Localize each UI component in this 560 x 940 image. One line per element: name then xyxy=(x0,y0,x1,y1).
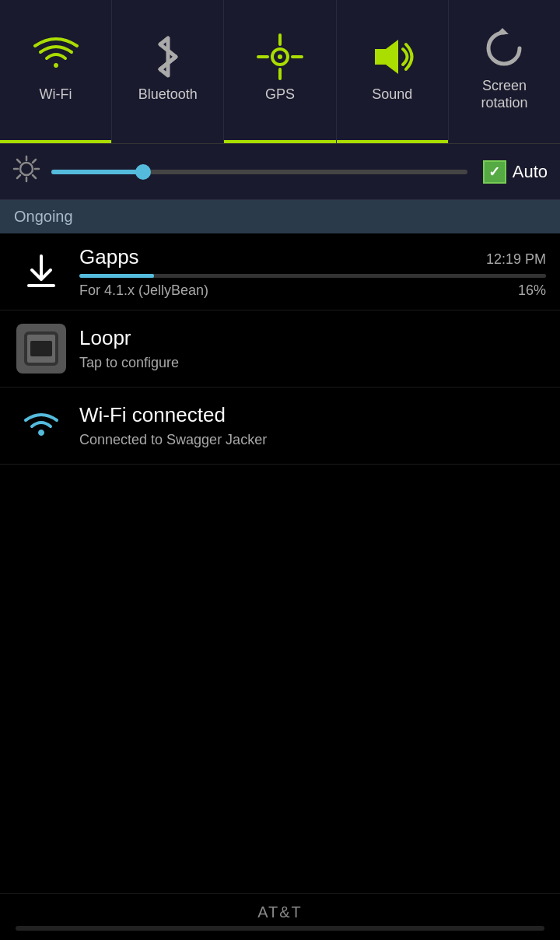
footer: AT&T xyxy=(0,893,560,940)
sound-label: Sound xyxy=(372,86,412,103)
wifi-notif-icon-container xyxy=(14,398,68,453)
content-area: Auto Ongoing Gapps 12:19 PM For 4.1.x (J… xyxy=(0,144,560,940)
loopr-title: Loopr xyxy=(79,326,131,350)
download-icon xyxy=(23,253,60,290)
wifi-connected-notification[interactable]: Wi-Fi connected Connected to Swagger Jac… xyxy=(0,388,560,465)
auto-brightness-checkbox[interactable] xyxy=(483,160,506,184)
svg-line-14 xyxy=(17,160,20,163)
ongoing-section-header: Ongoing xyxy=(0,200,560,233)
loopr-title-row: Loopr xyxy=(79,326,546,350)
quick-settings-sound[interactable]: Sound xyxy=(337,0,449,143)
wifi-icon xyxy=(33,33,79,80)
svg-marker-8 xyxy=(496,28,509,34)
loopr-icon-container xyxy=(14,321,68,376)
svg-line-15 xyxy=(33,175,36,178)
loopr-subtitle: Tap to configure xyxy=(79,355,179,370)
gapps-time: 12:19 PM xyxy=(486,251,546,268)
wifi-label: Wi-Fi xyxy=(40,86,72,103)
svg-line-17 xyxy=(17,175,20,178)
bluetooth-bar xyxy=(112,140,223,143)
quick-settings-gps[interactable]: GPS xyxy=(224,0,336,143)
gapps-icon-container xyxy=(14,244,68,299)
svg-line-16 xyxy=(33,160,36,163)
auto-brightness-container: Auto xyxy=(483,160,548,184)
svg-marker-7 xyxy=(375,40,398,74)
wifi-connected-content: Wi-Fi connected Connected to Swagger Jac… xyxy=(79,403,546,448)
gapps-sub-row: For 4.1.x (JellyBean) 16% xyxy=(79,282,546,299)
rotation-icon xyxy=(481,25,527,72)
gapps-content: Gapps 12:19 PM For 4.1.x (JellyBean) 16% xyxy=(79,245,546,299)
bluetooth-icon xyxy=(145,33,191,80)
brightness-slider[interactable] xyxy=(51,170,467,174)
sound-active-bar xyxy=(337,140,448,143)
sound-icon xyxy=(369,33,415,80)
quick-settings-bluetooth[interactable]: Bluetooth xyxy=(112,0,224,143)
loopr-inner-icon xyxy=(24,331,58,366)
wifi-connected-title-row: Wi-Fi connected xyxy=(79,403,546,427)
empty-space xyxy=(0,465,560,893)
svg-point-9 xyxy=(20,163,33,175)
quick-settings-rotation[interactable]: Screenrotation xyxy=(449,0,560,143)
bluetooth-label: Bluetooth xyxy=(138,86,198,103)
brightness-thumb xyxy=(135,164,151,180)
loopr-screen-icon xyxy=(30,341,52,356)
quick-settings-wifi[interactable]: Wi-Fi xyxy=(0,0,112,143)
brightness-row: Auto xyxy=(0,144,560,200)
auto-brightness-label: Auto xyxy=(513,162,548,182)
gapps-percent: 16% xyxy=(518,282,546,299)
wifi-active-bar xyxy=(0,140,111,143)
gps-icon xyxy=(257,33,303,80)
gapps-notification[interactable]: Gapps 12:19 PM For 4.1.x (JellyBean) 16% xyxy=(0,233,560,310)
svg-point-2 xyxy=(278,54,282,59)
loopr-content: Loopr Tap to configure xyxy=(79,326,546,371)
gapps-progress-fill xyxy=(79,274,154,278)
wifi-notif-icon xyxy=(22,406,61,445)
gapps-title: Gapps xyxy=(79,245,139,269)
rotation-label: Screenrotation xyxy=(481,78,527,111)
quick-settings-bar: Wi-Fi Bluetooth GPS Sound xyxy=(0,0,560,144)
carrier-label: AT&T xyxy=(257,903,303,921)
ongoing-label: Ongoing xyxy=(14,208,73,225)
gps-label: GPS xyxy=(265,86,295,103)
wifi-connected-subtitle: Connected to Swagger Jacker xyxy=(79,432,267,447)
gps-active-bar xyxy=(224,140,335,143)
loopr-icon xyxy=(16,324,66,374)
gapps-subtitle: For 4.1.x (JellyBean) xyxy=(79,282,208,299)
wifi-connected-title: Wi-Fi connected xyxy=(79,403,226,427)
rotation-bar xyxy=(449,140,560,143)
gapps-title-row: Gapps 12:19 PM xyxy=(79,245,546,269)
brightness-icon xyxy=(12,155,40,189)
footer-bar xyxy=(16,926,544,931)
loopr-notification[interactable]: Loopr Tap to configure xyxy=(0,310,560,388)
brightness-fill xyxy=(51,170,143,174)
gapps-progress-bar xyxy=(79,274,546,278)
